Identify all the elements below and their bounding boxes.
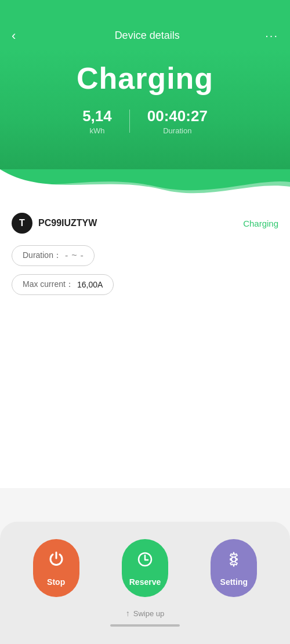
- back-button[interactable]: ‹: [12, 28, 29, 43]
- home-bar: [110, 624, 180, 627]
- status-bar: [0, 0, 290, 17]
- stop-button-circle: Stop: [33, 539, 79, 597]
- swipe-arrow-icon: ↑: [126, 609, 130, 618]
- action-buttons: Stop Reserve: [12, 539, 278, 597]
- device-row: T PC99IUZTYW Charging: [12, 213, 278, 234]
- charging-status: Charging: [0, 61, 290, 96]
- energy-value: 5,14: [82, 107, 112, 125]
- max-current-pill[interactable]: Max current： 16,00A: [12, 274, 114, 295]
- gear-icon: [224, 550, 243, 573]
- swipe-up-hint: ↑ Swipe up: [12, 609, 278, 618]
- page-title: Device details: [115, 30, 180, 42]
- reserve-button[interactable]: Reserve: [122, 539, 168, 597]
- duration-dash2: -: [81, 250, 84, 261]
- duration-pill[interactable]: Duration： - ~ -: [12, 245, 95, 266]
- duration-pill-label: Duration：: [23, 250, 61, 261]
- energy-label: kWh: [82, 126, 112, 135]
- hero-stats: 5,14 kWh 00:40:27 Duration: [0, 107, 290, 135]
- duration-value: 00:40:27: [147, 107, 208, 125]
- clock-icon: [136, 550, 154, 573]
- setting-button-circle: Setting: [211, 539, 257, 597]
- content-area: T PC99IUZTYW Charging Duration： - ~ - Ma…: [0, 198, 290, 488]
- swipe-up-label: Swipe up: [133, 609, 164, 618]
- hero-section: Charging 5,14 kWh 00:40:27 Duration: [0, 49, 290, 170]
- duration-stat: 00:40:27 Duration: [130, 107, 225, 135]
- reserve-button-circle: Reserve: [122, 539, 168, 597]
- duration-tilde: ~: [71, 250, 77, 261]
- stop-button[interactable]: Stop: [33, 539, 79, 597]
- device-icon: T: [12, 213, 32, 234]
- wave-decoration: [0, 169, 290, 198]
- reserve-label: Reserve: [129, 577, 161, 587]
- bottom-action-area: Stop Reserve: [0, 522, 290, 644]
- header: ‹ Device details ···: [0, 17, 290, 49]
- max-current-label: Max current：: [23, 279, 74, 290]
- setting-label: Setting: [220, 577, 248, 587]
- device-name: PC99IUZTYW: [38, 218, 97, 228]
- duration-label: Duration: [147, 126, 208, 135]
- power-icon: [47, 550, 66, 573]
- energy-stat: 5,14 kWh: [65, 107, 129, 135]
- device-status-badge: Charging: [243, 219, 278, 228]
- stop-label: Stop: [47, 577, 65, 587]
- device-left: T PC99IUZTYW: [12, 213, 97, 234]
- setting-button[interactable]: Setting: [211, 539, 257, 597]
- max-current-value: 16,00A: [77, 280, 103, 289]
- home-indicator: [12, 618, 278, 632]
- duration-dash1: -: [65, 250, 68, 261]
- more-button[interactable]: ···: [265, 29, 278, 42]
